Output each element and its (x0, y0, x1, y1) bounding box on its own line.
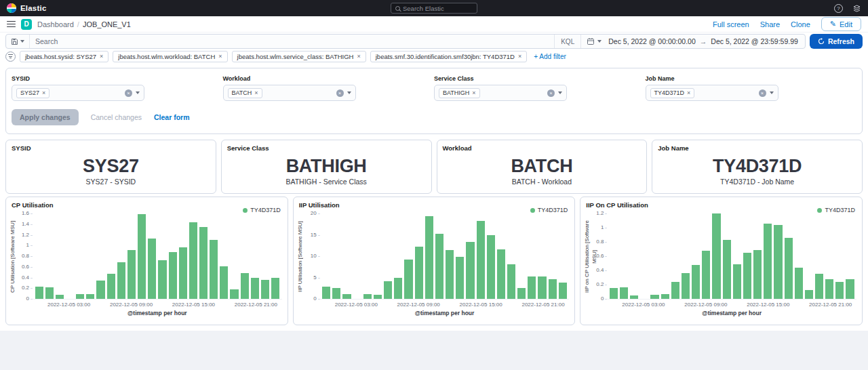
date-range[interactable]: Dec 5, 2022 @ 00:00:00.00 → Dec 5, 2022 … (607, 37, 805, 45)
filter-pill-workload[interactable]: jbeats.host.wlm.workload: BATCH × (113, 51, 227, 62)
job-name-combobox[interactable]: TY4D371D× × (646, 85, 778, 101)
metric-value: BATHIGH (286, 156, 367, 177)
elastic-logo-icon (7, 3, 16, 13)
filter-pill-job-name[interactable]: jbeats.smf.30.identification.smf30jbn: T… (370, 51, 528, 62)
clear-icon[interactable]: × (547, 89, 555, 97)
metric-subtitle: BATCH - Workload (512, 178, 572, 186)
clear-icon[interactable]: × (125, 89, 132, 97)
x-tick-label: 2022-12-05 03:00 (335, 302, 378, 308)
clear-form-button[interactable]: Clear form (154, 113, 190, 121)
plot-area (607, 214, 856, 300)
bar (148, 239, 156, 299)
chevron-down-icon (20, 40, 24, 43)
saved-query-menu-button[interactable] (6, 35, 30, 48)
global-search-input[interactable]: Search Elastic (391, 3, 477, 14)
global-search-placeholder: Search Elastic (403, 5, 444, 12)
chevron-down-icon[interactable] (770, 91, 774, 94)
chart-legend-item[interactable]: TY4D371D (817, 207, 855, 213)
chevron-down-icon[interactable] (347, 91, 351, 94)
bar (661, 294, 669, 299)
bar (507, 264, 515, 299)
bar (45, 287, 54, 299)
clone-button[interactable]: Clone (791, 20, 810, 28)
bar (230, 289, 238, 299)
chevron-down-icon[interactable] (558, 91, 562, 94)
plot-area (320, 214, 570, 300)
close-icon[interactable]: × (518, 53, 521, 60)
chart-legend-item[interactable]: TY4D371D (243, 207, 281, 213)
x-tick-label: 2022-12-05 21:00 (235, 302, 277, 308)
x-tick-label: 2022-12-05 09:00 (684, 302, 727, 308)
bar (251, 278, 259, 299)
bar (477, 221, 485, 299)
clear-icon[interactable]: × (759, 89, 766, 97)
cancel-changes-button[interactable]: Cancel changes (91, 113, 142, 121)
close-icon[interactable]: × (687, 89, 690, 96)
apply-changes-button[interactable]: Apply changes (12, 109, 79, 125)
bar (466, 242, 474, 299)
plot-area (33, 214, 282, 300)
legend-label: TY4D371D (825, 207, 855, 213)
refresh-button[interactable]: Refresh (810, 34, 863, 49)
close-icon[interactable]: × (357, 53, 360, 60)
metric-value: TY4D371D (713, 156, 802, 177)
clear-icon[interactable]: × (336, 89, 344, 97)
bar (158, 260, 166, 299)
global-header: Elastic Search Elastic ? (0, 0, 868, 16)
help-icon[interactable]: ? (834, 4, 843, 13)
chart-legend-item[interactable]: TY4D371D (530, 207, 568, 213)
bar (487, 235, 495, 300)
add-filter-button[interactable]: + Add filter (534, 53, 566, 60)
date-picker-button[interactable] (580, 35, 607, 48)
close-icon[interactable]: × (100, 53, 103, 60)
elastic-brand[interactable]: Elastic (7, 3, 46, 13)
control-sysid: SYSID SYS27× × (12, 75, 223, 101)
legend-dot-icon (817, 208, 822, 213)
workload-combobox[interactable]: BATCH× × (223, 85, 356, 101)
bar (322, 287, 330, 299)
bar (415, 247, 423, 299)
metric-value: SYS27 (83, 156, 139, 177)
share-button[interactable]: Share (760, 20, 780, 28)
x-tick-label: 2022-12-05 09:00 (110, 302, 153, 308)
y-axis: 00.20.40.60.811.2 (591, 214, 607, 300)
full-screen-button[interactable]: Full screen (713, 20, 749, 28)
chart-panel-iip-utilisation: IIP Utilisation TY4D371D IIP Utilisation… (293, 197, 576, 325)
sysid-combobox[interactable]: SYS27× × (12, 85, 144, 101)
edit-button[interactable]: ✎ Edit (821, 17, 861, 31)
close-icon[interactable]: × (254, 89, 258, 96)
menu-icon[interactable] (7, 21, 16, 28)
brand-name: Elastic (20, 4, 46, 12)
search-input[interactable] (30, 37, 554, 45)
bar (363, 294, 372, 299)
kql-button[interactable]: KQL (554, 35, 580, 48)
x-tick-label: 2022-12-05 21:00 (521, 302, 564, 308)
close-icon[interactable]: × (218, 53, 222, 60)
metric-value: BATCH (511, 156, 572, 177)
date-start[interactable]: Dec 5, 2022 @ 00:00:00.00 (608, 37, 696, 45)
bar (549, 279, 557, 299)
bar (733, 264, 741, 299)
bar (86, 294, 94, 299)
filter-options-icon[interactable] (5, 52, 16, 62)
date-end[interactable]: Dec 5, 2022 @ 23:59:59.99 (711, 37, 798, 45)
chevron-down-icon[interactable] (136, 91, 140, 94)
space-badge[interactable]: D (21, 19, 32, 30)
y-axis-title: IIP on CP Utilisation [Software MSU] (583, 214, 591, 300)
service-class-combobox[interactable]: BATHIGH× × (434, 85, 567, 101)
bar (169, 252, 177, 299)
breadcrumb-dashboard[interactable]: Dashboard (37, 20, 74, 28)
user-menu-icon[interactable] (852, 4, 861, 13)
close-icon[interactable]: × (42, 89, 45, 96)
filter-pill-service-class[interactable]: jbeats.host.wlm.service_class: BATHIGH × (232, 51, 366, 62)
legend-dot-icon (243, 208, 248, 213)
x-axis-title: @timestamp per hour (320, 310, 570, 316)
bar (117, 262, 125, 299)
close-icon[interactable]: × (472, 89, 475, 96)
bar (846, 279, 854, 299)
bar (446, 250, 454, 299)
bar (96, 281, 104, 299)
metric-subtitle: BATHIGH - Service Class (285, 178, 366, 186)
bar (559, 283, 567, 299)
filter-pill-sysid[interactable]: jbeats.host.sysid: SYS27 × (20, 51, 108, 62)
